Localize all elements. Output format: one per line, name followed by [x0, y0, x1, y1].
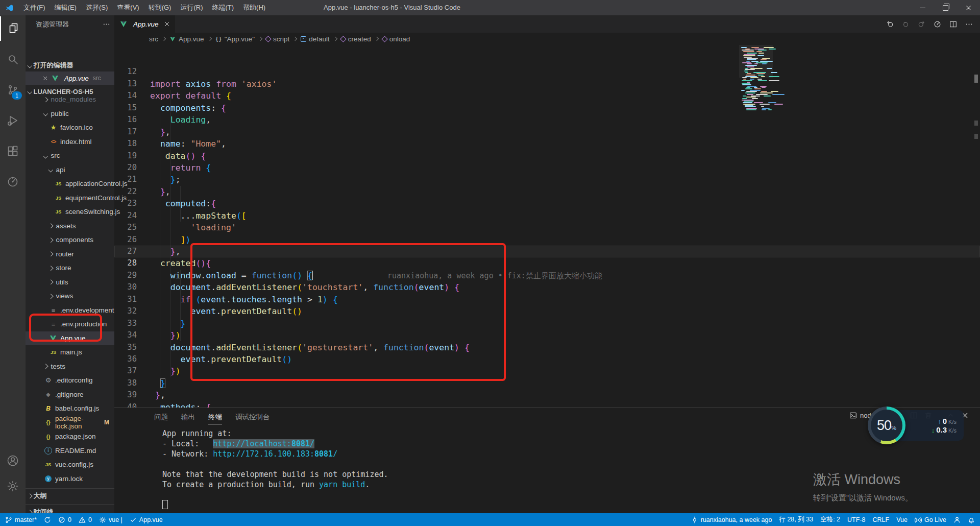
statusbar-utf-8[interactable]: UTF-8: [847, 516, 865, 523]
tree-item-vue.config.js[interactable]: JSvue.config.js: [26, 458, 114, 472]
gauge-icon[interactable]: [934, 20, 941, 28]
open-editors-section[interactable]: 打开的编辑器: [26, 59, 114, 71]
close-window-icon[interactable]: [957, 0, 980, 15]
percentage-ring-widget[interactable]: 50 %: [868, 407, 905, 444]
outline-section[interactable]: 大纲: [26, 490, 114, 502]
menu-item[interactable]: 查看(V): [112, 0, 143, 15]
menu-item[interactable]: 转到(G): [144, 0, 176, 15]
breadcrumb-item[interactable]: src: [149, 35, 158, 43]
tree-item-.editorconfig[interactable]: ⚙.editorconfig: [26, 373, 114, 388]
tree-item-views[interactable]: views: [26, 289, 114, 303]
panel-tab-终端[interactable]: 终端: [208, 411, 222, 424]
statusbar-person[interactable]: [953, 516, 961, 523]
minimap[interactable]: [739, 45, 773, 147]
breadcrumb-item[interactable]: default: [301, 35, 330, 43]
breadcrumb-item[interactable]: script: [266, 35, 289, 43]
menu-item[interactable]: 文件(F): [19, 0, 50, 15]
breadcrumb-item[interactable]: App.vue: [169, 35, 204, 43]
panel-tab-调试控制台[interactable]: 调试控制台: [235, 411, 270, 424]
braces-symbol-icon: {}: [215, 36, 222, 42]
tree-item-components[interactable]: components: [26, 233, 114, 247]
tree-item-babel.config.js[interactable]: Bbabel.config.js: [26, 401, 114, 416]
tree-item-sceneSwitching.js[interactable]: JSsceneSwitching.js: [26, 205, 114, 219]
statusbar-vue-[interactable]: vue |: [99, 516, 122, 523]
tree-item-src[interactable]: src: [26, 149, 114, 163]
more-actions-icon[interactable]: [103, 20, 110, 28]
tree-item-store[interactable]: store: [26, 261, 114, 275]
statusbar-0[interactable]: 0: [58, 516, 71, 523]
menu-item[interactable]: 终端(T): [207, 0, 238, 15]
breadcrumb-item[interactable]: onload: [382, 35, 410, 43]
split-editor-icon[interactable]: [949, 20, 957, 28]
code-line-35: 35 event.preventDefault(): [114, 329, 980, 341]
activitybar-extensions[interactable]: [0, 139, 26, 163]
statusbar--28-33[interactable]: 行 28, 列 33: [779, 515, 813, 524]
panel-tab-输出[interactable]: 输出: [181, 411, 195, 424]
tab-app-vue[interactable]: App.vue: [114, 15, 175, 33]
broadcast-icon: [915, 516, 922, 523]
breadcrumb-item[interactable]: {}"App.vue": [215, 35, 255, 43]
tree-item-App.vue[interactable]: App.vue: [26, 331, 114, 346]
module-symbol-icon: [382, 37, 387, 41]
terminal-icon: [849, 412, 857, 419]
minimize-icon[interactable]: [911, 0, 934, 15]
tree-item-package.json[interactable]: {}package.json: [26, 429, 114, 444]
statusbar-0[interactable]: 0: [79, 516, 92, 523]
nav-forward-icon[interactable]: [918, 20, 925, 28]
activitybar-account[interactable]: [0, 448, 26, 473]
scrollbar-mark: [974, 121, 978, 126]
activitybar-source-control[interactable]: 1: [0, 78, 26, 102]
tree-item-package-lock.json[interactable]: {}package-lock.json M: [26, 416, 114, 430]
menu-item[interactable]: 选择(S): [81, 0, 112, 15]
code-line-20: 20 };: [114, 150, 980, 162]
tree-item-applicationControl.js[interactable]: JSapplicationControl.js: [26, 177, 114, 191]
tree-item-favicon.ico[interactable]: ★favicon.ico: [26, 121, 114, 135]
menu-item[interactable]: 编辑(E): [50, 0, 81, 15]
vue-file-icon: [52, 76, 59, 81]
tree-item-equipmentControl.js[interactable]: JSequipmentControl.js: [26, 191, 114, 205]
activitybar-settings-gear[interactable]: [0, 474, 26, 498]
menu-item[interactable]: 帮助(H): [238, 0, 270, 15]
activitybar-search[interactable]: [0, 47, 26, 71]
tree-item-.env.production[interactable]: ≡.env.production: [26, 317, 114, 331]
more-actions-icon[interactable]: [965, 20, 973, 28]
tree-item-README.md[interactable]: iREADME.md: [26, 444, 114, 458]
close-editor-icon[interactable]: [42, 76, 48, 81]
statusbar--2[interactable]: 空格: 2: [820, 515, 840, 524]
tree-item-nodemodules[interactable]: node_modules: [26, 92, 114, 107]
terminal-output[interactable]: App running at:- Local: http://localhost…: [162, 428, 388, 510]
activitybar-explorer[interactable]: [0, 16, 27, 41]
breadcrumb-separator-icon: [293, 37, 297, 41]
menu-item[interactable]: 运行(R): [176, 0, 207, 15]
tree-item-utils[interactable]: utils: [26, 275, 114, 290]
tree-item-assets[interactable]: assets: [26, 219, 114, 233]
statusbar-bell[interactable]: [968, 516, 975, 523]
statusbar-go-live[interactable]: Go Live: [915, 516, 946, 523]
statusbar-app-vue[interactable]: App.vue: [130, 516, 163, 523]
restore-icon[interactable]: [934, 0, 957, 15]
nav-back-icon[interactable]: [886, 20, 894, 28]
statusbar-vue[interactable]: Vue: [896, 516, 908, 523]
tree-item-yarn.lock[interactable]: yyarn.lock: [26, 472, 114, 486]
tree-item-index.html[interactable]: <>index.html: [26, 135, 114, 149]
tree-item-public[interactable]: public: [26, 107, 114, 121]
close-tab-icon[interactable]: [164, 21, 170, 27]
tree-item-main.js[interactable]: JSmain.js: [26, 345, 114, 360]
tree-item-.gitignore[interactable]: ◆.gitignore: [26, 388, 114, 402]
tree-item-router[interactable]: router: [26, 247, 114, 261]
divider: [26, 504, 114, 505]
statusbar-crlf[interactable]: CRLF: [872, 516, 889, 523]
tree-item-api[interactable]: api: [26, 163, 114, 177]
statusbar-master-[interactable]: master*: [5, 516, 37, 523]
activitybar-gitlens[interactable]: [0, 170, 26, 194]
statusbar-ruanxiaohua-a-week-ago[interactable]: ruanxiaohua, a week ago: [691, 516, 772, 523]
tree-item-tests[interactable]: tests: [26, 360, 114, 374]
activitybar-run-debug[interactable]: [0, 108, 26, 133]
panel-tab-问题[interactable]: 问题: [154, 411, 168, 424]
breadcrumb-item[interactable]: created: [341, 35, 371, 43]
open-editor-item[interactable]: App.vue src: [26, 71, 114, 85]
nav-circle-icon[interactable]: [902, 20, 910, 28]
statusbar-sync[interactable]: [44, 516, 51, 523]
tree-item-.env.development[interactable]: ≡.env.development: [26, 303, 114, 318]
code-editor[interactable]: 12 import axios from 'axios' 13 export d…: [114, 54, 980, 401]
